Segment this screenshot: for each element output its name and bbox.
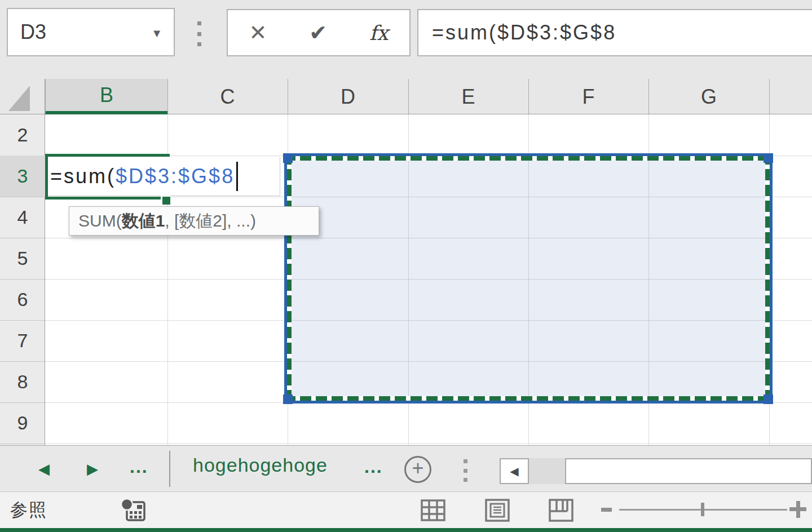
hscroll-left-icon: ◀ <box>510 464 518 478</box>
selection-handle-bottom-right[interactable] <box>764 394 773 404</box>
formula-input[interactable]: =sum($D$3:$G$8 <box>417 9 812 56</box>
row-header-9[interactable]: 9 <box>0 402 45 444</box>
row-header-6[interactable]: 6 <box>0 279 45 320</box>
selection-handle-top-right[interactable] <box>764 153 773 163</box>
tooltip-post: , [数値2], ...) <box>165 210 256 233</box>
formula-bar-reference: $D$3:$G$8 <box>497 21 616 45</box>
cell-formula-prefix: =sum( <box>50 165 116 188</box>
name-box-dropdown-icon[interactable]: ▼ <box>151 27 162 40</box>
column-header-f[interactable]: F <box>528 79 648 114</box>
cancel-icon[interactable]: ✕ <box>249 20 267 45</box>
bottom-accent-bar <box>0 528 812 532</box>
insert-function-icon[interactable]: fx <box>369 21 389 45</box>
fill-handle[interactable] <box>162 197 170 205</box>
zoom-slider-thumb[interactable] <box>701 503 704 516</box>
row-header-7[interactable]: 7 <box>0 320 45 361</box>
column-header-c[interactable]: C <box>167 79 288 114</box>
sheet-nav-left-icon[interactable]: ◀ <box>38 460 50 478</box>
toolbar-drag-dots-icon <box>197 21 202 46</box>
formula-bar-prefix: =sum( <box>432 21 497 45</box>
view-page-break-button[interactable] <box>549 499 573 522</box>
text-cursor <box>236 162 238 191</box>
row-header-2[interactable]: 2 <box>0 114 45 156</box>
column-header-e[interactable]: E <box>408 79 528 114</box>
tabbar-drag-dots-icon[interactable] <box>464 459 467 482</box>
row-header-3[interactable]: 3 <box>0 156 45 197</box>
column-header-d[interactable]: D <box>288 79 408 114</box>
cell-b3-editor[interactable]: =sum($D$3:$G$8 <box>48 157 280 196</box>
excel-window: D3 ▼ ✕ ✔ fx =sum($D$3:$G$8 B C D E F G 2… <box>0 0 812 532</box>
view-normal-button[interactable] <box>421 499 445 521</box>
name-box[interactable]: D3 ▼ <box>7 8 175 56</box>
enter-icon[interactable]: ✔ <box>309 20 327 45</box>
macro-record-button[interactable] <box>120 498 148 524</box>
add-sheet-button[interactable]: + <box>404 456 431 483</box>
cell-formula-reference: $D$3:$G$8 <box>116 165 235 188</box>
selection-border-left <box>284 153 292 404</box>
selection-border-right <box>765 153 773 404</box>
plus-icon: + <box>412 458 423 478</box>
row-header-4[interactable]: 4 <box>0 197 45 238</box>
zoom-in-button[interactable] <box>789 501 806 518</box>
zoom-out-button[interactable] <box>601 508 612 512</box>
tooltip-pre: SUM( <box>78 211 122 230</box>
row-header-8[interactable]: 8 <box>0 361 45 402</box>
name-box-value: D3 <box>20 20 46 44</box>
tab-separator <box>169 451 170 487</box>
sheet-tab-hogehogehoge[interactable]: hogehogehoge <box>193 454 328 476</box>
column-header-g[interactable]: G <box>648 79 769 114</box>
formula-toolbar: D3 ▼ ✕ ✔ fx =sum($D$3:$G$8 <box>0 0 812 63</box>
selection-range-fill <box>289 158 768 400</box>
formula-tooltip: SUM(数値1, [数値2], ...) <box>69 206 319 236</box>
formula-buttons: ✕ ✔ fx <box>227 9 411 56</box>
hscroll-thumb[interactable] <box>565 458 812 484</box>
selection-border-top <box>284 153 773 161</box>
tooltip-current-arg: 数値1 <box>122 210 165 233</box>
view-page-layout-button[interactable] <box>485 499 510 522</box>
status-mode: 参照 <box>10 498 47 522</box>
hscroll-left-button[interactable]: ◀ <box>500 458 529 484</box>
selection-handle-top-left[interactable] <box>283 153 293 163</box>
sheet-overflow-right[interactable]: ... <box>364 456 383 477</box>
selection-border-bottom <box>284 396 773 404</box>
sheet-nav-right-icon[interactable]: ▶ <box>87 460 98 478</box>
column-header-b[interactable]: B <box>45 79 167 114</box>
selection-handle-bottom-left[interactable] <box>283 394 293 404</box>
row-header-5[interactable]: 5 <box>0 238 45 279</box>
sheet-overflow-left[interactable]: ... <box>130 456 148 477</box>
